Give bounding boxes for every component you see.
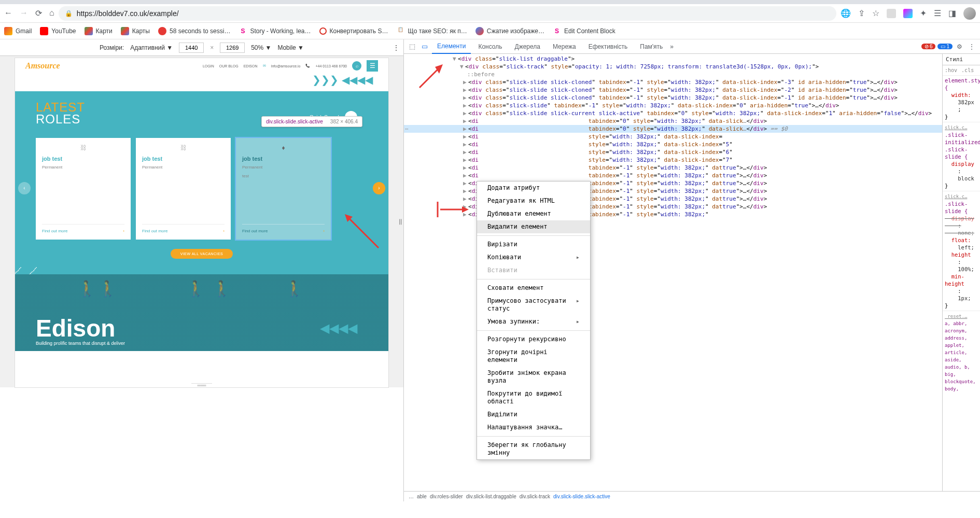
error-count-badge[interactable]: ⊘ 6 [921, 44, 936, 49]
extensions-puzzle-icon[interactable]: ✦ [920, 8, 927, 18]
job-card[interactable]: ⛓ job test Permanent Find out more› [136, 138, 231, 240]
burger-menu-icon[interactable]: ☰ [367, 60, 378, 72]
findout-link[interactable]: Find out more [42, 229, 67, 233]
bookmark-star-icon[interactable]: ☆ [872, 8, 879, 18]
tab-network[interactable]: Мережа [548, 40, 581, 53]
job-card-highlighted[interactable]: ♦ job test Permanent test Find out more› [236, 138, 331, 240]
inspect-element-icon[interactable]: ⬚ [407, 40, 417, 52]
tab-memory[interactable]: Пам'ять [635, 40, 668, 53]
bookmark-gmail[interactable]: Gmail [4, 27, 32, 35]
devtools-panel: ⬚ ▭ Елементи Консоль Джерела Мережа Ефек… [403, 39, 980, 501]
chain-icon: ⛓ [42, 144, 124, 151]
side-panel-icon[interactable]: ◨ [948, 8, 956, 18]
styles-content[interactable]: element.style { width: 382px ; } slick.c… [943, 76, 980, 394]
context-edit-html[interactable]: Редагувати як HTML [477, 194, 590, 207]
hov-toggle[interactable]: :hov [945, 67, 957, 73]
context-collapse-children[interactable]: Згорнути дочірні елементи [477, 346, 590, 367]
bookmark-edit-content[interactable]: SEdit Content Block [553, 27, 615, 35]
findout-link[interactable]: Find out more [142, 229, 167, 233]
context-expand-recursively[interactable]: Розгорнути рекурсивно [477, 333, 590, 346]
tab-sources[interactable]: Джерела [510, 40, 545, 53]
eth-icon: ♦ [242, 144, 325, 151]
selected-element-line[interactable]: ⋯▶<dixxxxxxxxxxxxxxxxxxxxxxxxxxxxxxxxtab… [404, 125, 942, 133]
context-break-on[interactable]: Умова зупинки: [477, 315, 590, 328]
card-desc: test [242, 174, 325, 178]
context-copy[interactable]: Копіювати [477, 251, 590, 264]
context-duplicate[interactable]: Дублювати елемент [477, 207, 590, 220]
context-hide-element[interactable]: Сховати елемент [477, 282, 590, 295]
devtools-menu-icon[interactable]: ⋮ [967, 41, 977, 52]
context-focus[interactable]: Виділити [477, 408, 590, 421]
styles-panel: Стилі :hov .cls element.style { width: 3… [942, 54, 980, 491]
slider-next-icon[interactable]: › [373, 182, 385, 194]
card-title: job test [42, 156, 124, 162]
device-options-menu[interactable]: ⋮ [393, 44, 399, 51]
nav-email[interactable]: Info@amsource.io [271, 64, 301, 68]
context-capture-screenshot[interactable]: Зробити знімок екрана вузла [477, 367, 590, 387]
card-title: job test [242, 156, 325, 162]
tab-elements[interactable]: Елементи [432, 39, 471, 54]
arrow-icon: › [223, 229, 225, 233]
devtools-settings-icon[interactable]: ⚙ [955, 41, 964, 52]
bookmark-story[interactable]: SStory - Working, lea… [239, 27, 311, 35]
bookmark-compress[interactable]: Сжатие изображе… [475, 27, 544, 35]
share-icon[interactable]: ⇪ [858, 8, 865, 18]
chain-icon: ⛓ [142, 144, 225, 151]
context-menu: Додати атрибут Редагувати як HTML Дублюв… [477, 181, 591, 460]
nav-blog[interactable]: OUR BLOG [219, 64, 239, 68]
header-search-icon[interactable]: ⌕ [352, 61, 361, 71]
context-add-attribute[interactable]: Додати атрибут [477, 181, 590, 194]
context-cut[interactable]: Вирізати [477, 238, 590, 251]
cls-toggle[interactable]: .cls [961, 67, 974, 73]
reading-list-icon[interactable]: ☰ [934, 8, 941, 18]
viewport-resize-handle[interactable] [396, 212, 403, 232]
nav-phone[interactable]: +44 0113 468 6700 [315, 64, 347, 68]
info-count-badge[interactable]: ▭ 1 [937, 44, 953, 49]
more-tabs-icon[interactable]: » [670, 43, 674, 50]
context-store-global[interactable]: Зберегти як глобальну змінну [477, 439, 590, 459]
url-bar[interactable]: 🔒 https://bolddev7.co.uk/example/ [59, 6, 836, 21]
back-button[interactable]: ← [4, 8, 12, 18]
site-logo[interactable]: Amsource [25, 61, 60, 71]
forward-button[interactable]: → [20, 8, 28, 18]
device-toggle-icon[interactable]: ▭ [419, 40, 430, 52]
card-type: Permanent [142, 165, 225, 170]
findout-link[interactable]: Find out more [242, 229, 268, 233]
tab-performance[interactable]: Ефективність [583, 40, 633, 53]
translate-icon[interactable]: 🌐 [841, 8, 851, 18]
extension-icon-1[interactable] [887, 9, 896, 18]
bookmark-convert[interactable]: Конвертировать S… [319, 27, 388, 35]
context-scroll-into-view[interactable]: Покрутити до видимої області [477, 387, 590, 408]
responsive-dropdown[interactable]: Адаптивний ▼ [130, 44, 173, 51]
nav-edison[interactable]: EDISON [244, 64, 258, 68]
context-delete-element[interactable]: Видалити елемент [477, 220, 590, 233]
styles-tab[interactable]: Стилі [943, 54, 980, 65]
height-input[interactable] [220, 43, 245, 53]
phone-icon: 📞 [305, 64, 310, 68]
tab-console[interactable]: Консоль [473, 40, 507, 53]
bookmark-youtube[interactable]: YouTube [40, 27, 76, 35]
home-button[interactable]: ⌂ [49, 8, 54, 18]
bookmark-58sec[interactable]: 58 seconds to sessi… [158, 27, 230, 35]
bookmark-maps-2[interactable]: Карты [121, 27, 150, 35]
elements-tree[interactable]: ▼<div class="slick-list draggable"> ▼<di… [404, 54, 942, 491]
zoom-dropdown[interactable]: 50% ▼ [251, 44, 271, 51]
view-all-vacancies-button[interactable]: VIEW ALL VACANCIES [171, 249, 233, 259]
width-input[interactable] [179, 43, 204, 53]
slider-prev-icon[interactable]: ‹ [18, 182, 31, 194]
tooltip-selector: div.slick-slide.slick-active [266, 119, 323, 124]
reload-button[interactable]: ⟳ [35, 8, 42, 18]
bookmark-maps-1[interactable]: Карти [85, 27, 113, 35]
context-force-state[interactable]: Примусово застосувати статус [477, 295, 590, 315]
profile-avatar[interactable] [963, 7, 976, 20]
viewport-bottom-handle[interactable]: ═══ [191, 383, 212, 387]
nav-login[interactable]: LOGIN [203, 64, 214, 68]
device-dropdown[interactable]: Mobile ▼ [277, 44, 304, 51]
context-badge-settings[interactable]: Налаштування значка… [477, 421, 590, 434]
card-type: Permanent [242, 165, 325, 170]
extension-icon-2[interactable] [903, 9, 913, 18]
card-title: job test [142, 156, 225, 162]
bookmark-seo[interactable]: 📋Що таке SEO: як п… [396, 27, 467, 35]
elements-breadcrumb[interactable]: … able div.roles-slider div.slick-list.d… [404, 491, 980, 501]
job-card[interactable]: ⛓ job test Permanent Find out more› [36, 138, 131, 240]
